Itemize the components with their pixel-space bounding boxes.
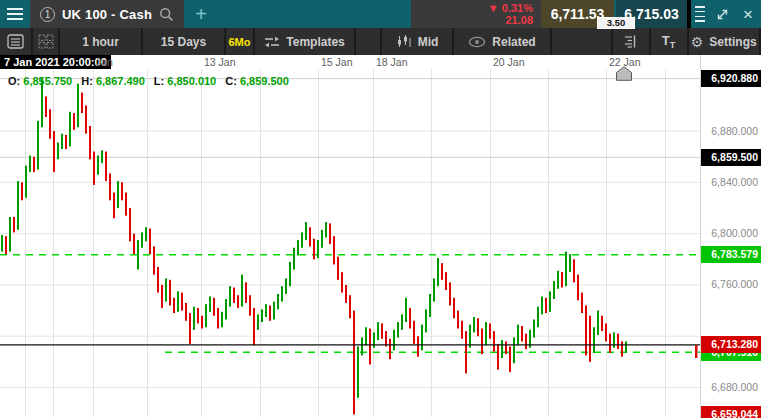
date-axis[interactable]: 7 Jan 2021 20:00:00 Jan13 Jan15 Jan18 Ja…	[0, 55, 700, 69]
candle	[341, 272, 343, 293]
price-tick-label: 6,840.000	[701, 175, 761, 190]
candle	[577, 275, 579, 301]
candle	[189, 313, 191, 344]
date-tick-label: 20 Jan	[493, 55, 525, 69]
candle	[433, 279, 435, 302]
settings-button[interactable]: ⚙ Settings	[689, 28, 761, 55]
candle	[325, 222, 327, 237]
candle	[117, 181, 119, 208]
candlestick-plot[interactable]	[0, 69, 700, 417]
candle	[281, 286, 283, 301]
candle	[585, 305, 587, 355]
topbar-spacer	[218, 0, 411, 28]
candle	[445, 272, 447, 290]
candle	[601, 316, 603, 331]
candle	[413, 321, 415, 344]
candle	[361, 338, 363, 356]
templates-button[interactable]: Templates	[255, 28, 356, 55]
candle	[333, 236, 335, 264]
candle	[69, 112, 71, 147]
fullscreen-button[interactable]	[709, 0, 735, 28]
candle	[485, 322, 487, 345]
candle	[353, 311, 355, 415]
text-size-button[interactable]: TT	[651, 28, 689, 55]
candle	[557, 271, 559, 289]
candle	[321, 230, 323, 248]
candle	[533, 320, 535, 338]
candle	[25, 166, 27, 198]
candle	[185, 303, 187, 321]
candle	[401, 314, 403, 329]
range-selector[interactable]: 15 Days	[143, 28, 226, 55]
candle	[141, 232, 143, 247]
candle	[313, 239, 315, 260]
candle	[537, 307, 539, 328]
candle	[89, 126, 91, 159]
add-chart-tab-button[interactable]: +	[184, 0, 218, 28]
preset-range-6mo[interactable]: 6Mo	[226, 28, 255, 55]
candle	[525, 334, 527, 349]
watchlist-drag-button[interactable]	[691, 0, 709, 28]
toolbar-gap	[356, 28, 382, 55]
tab-number-badge: 1	[40, 7, 55, 22]
candle	[177, 291, 179, 312]
price-axis[interactable]: 6,920.8806,880.0006,859.5006,840.0006,80…	[700, 55, 761, 418]
related-label: Related	[492, 35, 535, 49]
templates-label: Templates	[286, 35, 344, 49]
event-marker-icon[interactable]	[615, 66, 633, 81]
candle	[57, 143, 59, 160]
candle	[209, 296, 211, 311]
sliders-icon	[264, 35, 280, 49]
close-chart-button[interactable]: ×	[735, 0, 761, 28]
candles-icon	[396, 34, 412, 49]
axis-scale-button[interactable]	[613, 28, 651, 55]
candle	[449, 282, 451, 305]
menu-button[interactable]	[0, 0, 30, 28]
candle	[441, 263, 443, 280]
candle	[509, 346, 511, 372]
candle	[369, 329, 371, 365]
chart-tab[interactable]: 1 UK 100 - Cash	[30, 0, 184, 28]
candle	[9, 217, 11, 252]
related-markets-button[interactable]: Related	[454, 28, 552, 55]
change-points: 21.08	[411, 14, 533, 26]
candle	[205, 304, 207, 327]
candle	[137, 240, 139, 269]
price-badge: 6,859.500	[701, 149, 761, 166]
candle	[549, 291, 551, 312]
layout-grid-button[interactable]	[33, 28, 60, 55]
candle	[493, 331, 495, 352]
candle	[21, 182, 23, 200]
candle	[153, 246, 155, 274]
date-tick-label: 18 Jan	[376, 55, 408, 69]
candle	[113, 193, 115, 219]
candle	[13, 217, 15, 232]
candle	[289, 262, 291, 286]
candle	[553, 281, 555, 299]
candle	[233, 287, 235, 302]
price-badge: 6,783.579	[701, 246, 761, 263]
candle	[197, 308, 199, 323]
candle	[241, 275, 243, 307]
price-type-selector[interactable]: Mid	[382, 28, 454, 55]
candle	[121, 182, 123, 200]
candle	[421, 325, 423, 351]
settings-label: Settings	[709, 35, 756, 49]
eye-icon	[468, 36, 486, 48]
candle	[65, 135, 67, 149]
price-tick-label: 6,800.000	[701, 226, 761, 241]
candle	[625, 341, 627, 353]
candle	[33, 157, 35, 172]
interval-selector[interactable]: 1 hour	[60, 28, 143, 55]
candle	[513, 338, 515, 364]
candle	[541, 296, 543, 314]
candle	[17, 181, 19, 230]
candle	[357, 346, 359, 397]
chart-list-button[interactable]	[0, 28, 33, 55]
search-icon[interactable]	[159, 7, 174, 22]
candle	[257, 314, 259, 329]
candle	[173, 298, 175, 313]
ohlc-legend: O: 6,855.750H: 6,867.490L: 6,850.010C: 6…	[8, 75, 298, 87]
candle	[381, 323, 383, 338]
candle	[597, 311, 599, 335]
